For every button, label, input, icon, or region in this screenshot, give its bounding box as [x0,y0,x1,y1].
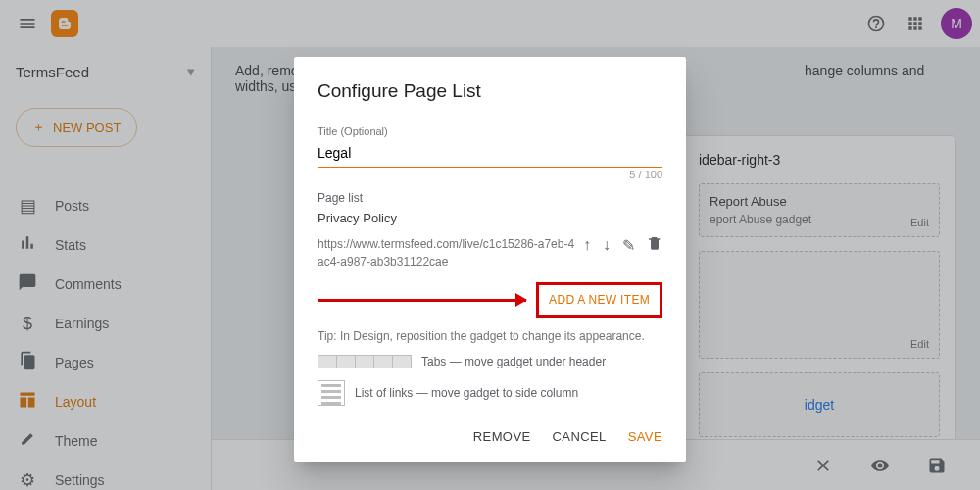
save-button[interactable]: SAVE [628,429,662,444]
list-glyph-icon [318,380,345,406]
title-field-label: Title (Optional) [318,125,662,137]
configure-page-list-dialog: Configure Page List Title (Optional) 5 /… [294,57,686,462]
edit-icon[interactable]: ✎ [622,236,635,255]
move-down-icon[interactable]: ↓ [603,236,611,254]
tabs-glyph-icon [318,355,412,368]
tip-text: Tip: In Design, reposition the gadget to… [318,329,662,343]
page-item-url: https://www.termsfeed.com/live/c1c15286-… [318,235,575,270]
list-hint: List of links — move gadget to side colu… [318,380,662,406]
add-new-item-button[interactable]: ADD A NEW ITEM [536,282,662,318]
delete-icon[interactable] [647,235,662,255]
move-up-icon[interactable]: ↑ [583,236,591,254]
title-input[interactable] [318,141,662,168]
page-list-label: Page list [318,191,662,205]
remove-button[interactable]: REMOVE [473,429,531,444]
tabs-hint: Tabs — move gadget under header [318,355,662,368]
page-item-name: Privacy Policy [318,211,662,225]
annotation-arrow [318,287,526,313]
dialog-title: Configure Page List [318,80,662,102]
cancel-button[interactable]: CANCEL [553,429,607,444]
char-counter: 5 / 100 [629,169,662,180]
